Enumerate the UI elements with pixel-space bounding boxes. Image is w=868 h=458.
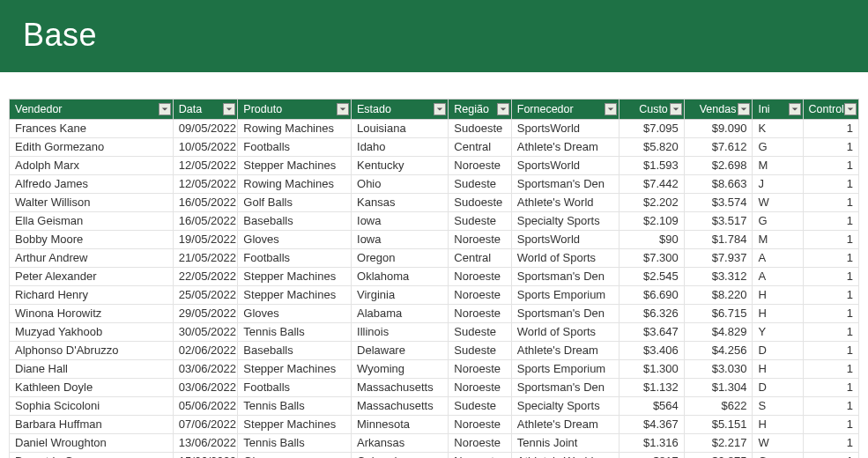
- cell-controle[interactable]: 1: [803, 286, 858, 305]
- cell-controle[interactable]: 1: [803, 138, 858, 157]
- table-row[interactable]: Demetria Gene15/06/2022GlovesColoradoNor…: [10, 453, 859, 459]
- cell-data[interactable]: 05/06/2022: [173, 397, 238, 416]
- cell-controle[interactable]: 1: [803, 268, 858, 286]
- cell-data[interactable]: 03/06/2022: [173, 360, 238, 379]
- filter-dropdown-produto[interactable]: [337, 103, 349, 115]
- cell-custo[interactable]: $5.820: [619, 138, 685, 157]
- cell-estado[interactable]: Wyoming: [352, 360, 449, 379]
- cell-fornecedor[interactable]: Athlete's Dream: [511, 138, 619, 157]
- cell-estado[interactable]: Massachusetts: [352, 397, 449, 416]
- cell-ini[interactable]: K: [753, 120, 803, 138]
- cell-vendedor[interactable]: Alphonso D'Abruzzo: [10, 342, 174, 360]
- cell-vendas[interactable]: $3.030: [684, 360, 753, 379]
- cell-custo[interactable]: $817: [619, 453, 685, 459]
- cell-ini[interactable]: S: [753, 397, 803, 416]
- cell-fornecedor[interactable]: Athlete's Dream: [511, 416, 619, 434]
- cell-controle[interactable]: 1: [803, 323, 858, 342]
- cell-controle[interactable]: 1: [803, 342, 858, 360]
- cell-produto[interactable]: Stepper Machines: [238, 268, 352, 286]
- cell-vendedor[interactable]: Alfredo James: [10, 175, 174, 194]
- cell-vendas[interactable]: $2.217: [684, 434, 753, 453]
- cell-regiao[interactable]: Noroeste: [449, 157, 511, 175]
- cell-fornecedor[interactable]: Tennis Joint: [511, 434, 619, 453]
- cell-vendedor[interactable]: Winona Horowitz: [10, 305, 174, 323]
- cell-vendas[interactable]: $8.220: [684, 286, 753, 305]
- cell-vendas[interactable]: $3.312: [684, 268, 753, 286]
- cell-controle[interactable]: 1: [803, 194, 858, 212]
- cell-vendedor[interactable]: Daniel Wroughton: [10, 434, 174, 453]
- cell-produto[interactable]: Tennis Balls: [238, 397, 352, 416]
- cell-regiao[interactable]: Sudeste: [449, 212, 511, 231]
- cell-data[interactable]: 10/05/2022: [173, 138, 238, 157]
- table-row[interactable]: Alphonso D'Abruzzo02/06/2022BaseballsDel…: [10, 342, 859, 360]
- col-header-controle[interactable]: Controle: [803, 100, 858, 120]
- cell-custo[interactable]: $90: [619, 231, 685, 249]
- cell-regiao[interactable]: Noroeste: [449, 453, 511, 459]
- cell-produto[interactable]: Stepper Machines: [238, 286, 352, 305]
- cell-data[interactable]: 02/06/2022: [173, 342, 238, 360]
- cell-regiao[interactable]: Noroeste: [449, 434, 511, 453]
- col-header-data[interactable]: Data: [173, 100, 238, 120]
- filter-dropdown-estado[interactable]: [434, 103, 446, 115]
- cell-produto[interactable]: Footballs: [238, 379, 352, 397]
- cell-fornecedor[interactable]: Sportsman's Den: [511, 305, 619, 323]
- table-row[interactable]: Muzyad Yakhoob30/05/2022Tennis BallsIlli…: [10, 323, 859, 342]
- cell-vendedor[interactable]: Barbara Huffman: [10, 416, 174, 434]
- cell-fornecedor[interactable]: Sports Emporium: [511, 286, 619, 305]
- cell-estado[interactable]: Kentucky: [352, 157, 449, 175]
- cell-regiao[interactable]: Sudeste: [449, 397, 511, 416]
- filter-dropdown-custo[interactable]: [670, 103, 682, 115]
- cell-vendedor[interactable]: Richard Henry: [10, 286, 174, 305]
- table-row[interactable]: Frances Kane09/05/2022Rowing MachinesLou…: [10, 120, 859, 138]
- cell-regiao[interactable]: Central: [449, 138, 511, 157]
- cell-estado[interactable]: Oregon: [352, 249, 449, 268]
- cell-controle[interactable]: 1: [803, 249, 858, 268]
- table-row[interactable]: Winona Horowitz29/05/2022GlovesAlabamaNo…: [10, 305, 859, 323]
- table-row[interactable]: Ella Geisman16/05/2022BaseballsIowaSudes…: [10, 212, 859, 231]
- cell-estado[interactable]: Oklahoma: [352, 268, 449, 286]
- cell-vendedor[interactable]: Frances Kane: [10, 120, 174, 138]
- cell-estado[interactable]: Idaho: [352, 138, 449, 157]
- cell-estado[interactable]: Louisiana: [352, 120, 449, 138]
- cell-fornecedor[interactable]: World of Sports: [511, 249, 619, 268]
- cell-vendas[interactable]: $5.151: [684, 416, 753, 434]
- cell-estado[interactable]: Minnesota: [352, 416, 449, 434]
- cell-vendas[interactable]: $4.829: [684, 323, 753, 342]
- cell-fornecedor[interactable]: Athlete's World: [511, 194, 619, 212]
- cell-data[interactable]: 16/05/2022: [173, 194, 238, 212]
- cell-ini[interactable]: H: [753, 360, 803, 379]
- cell-vendas[interactable]: $7.612: [684, 138, 753, 157]
- cell-vendas[interactable]: $2.698: [684, 157, 753, 175]
- cell-regiao[interactable]: Sudeste: [449, 323, 511, 342]
- table-row[interactable]: Diane Hall03/06/2022Stepper MachinesWyom…: [10, 360, 859, 379]
- cell-custo[interactable]: $1.132: [619, 379, 685, 397]
- cell-custo[interactable]: $3.647: [619, 323, 685, 342]
- cell-vendedor[interactable]: Adolph Marx: [10, 157, 174, 175]
- cell-data[interactable]: 29/05/2022: [173, 305, 238, 323]
- cell-vendedor[interactable]: Diane Hall: [10, 360, 174, 379]
- cell-produto[interactable]: Footballs: [238, 138, 352, 157]
- cell-ini[interactable]: H: [753, 286, 803, 305]
- cell-ini[interactable]: W: [753, 434, 803, 453]
- cell-produto[interactable]: Gloves: [238, 231, 352, 249]
- cell-regiao[interactable]: Sudoeste: [449, 120, 511, 138]
- cell-custo[interactable]: $3.406: [619, 342, 685, 360]
- cell-fornecedor[interactable]: Athlete's Dream: [511, 342, 619, 360]
- cell-estado[interactable]: Colorado: [352, 453, 449, 459]
- cell-fornecedor[interactable]: Specialty Sports: [511, 397, 619, 416]
- table-row[interactable]: Kathleen Doyle03/06/2022FootballsMassach…: [10, 379, 859, 397]
- cell-fornecedor[interactable]: Sports Emporium: [511, 360, 619, 379]
- cell-vendas[interactable]: $3.574: [684, 194, 753, 212]
- cell-vendedor[interactable]: Edith Gormezano: [10, 138, 174, 157]
- table-row[interactable]: Edith Gormezano10/05/2022FootballsIdahoC…: [10, 138, 859, 157]
- cell-fornecedor[interactable]: Sportsman's Den: [511, 268, 619, 286]
- col-header-regiao[interactable]: Região: [449, 100, 511, 120]
- cell-data[interactable]: 12/05/2022: [173, 175, 238, 194]
- cell-fornecedor[interactable]: Athlete's World: [511, 453, 619, 459]
- cell-controle[interactable]: 1: [803, 379, 858, 397]
- cell-fornecedor[interactable]: SportsWorld: [511, 120, 619, 138]
- cell-ini[interactable]: A: [753, 249, 803, 268]
- table-row[interactable]: Richard Henry25/05/2022Stepper MachinesV…: [10, 286, 859, 305]
- cell-produto[interactable]: Footballs: [238, 249, 352, 268]
- cell-controle[interactable]: 1: [803, 416, 858, 434]
